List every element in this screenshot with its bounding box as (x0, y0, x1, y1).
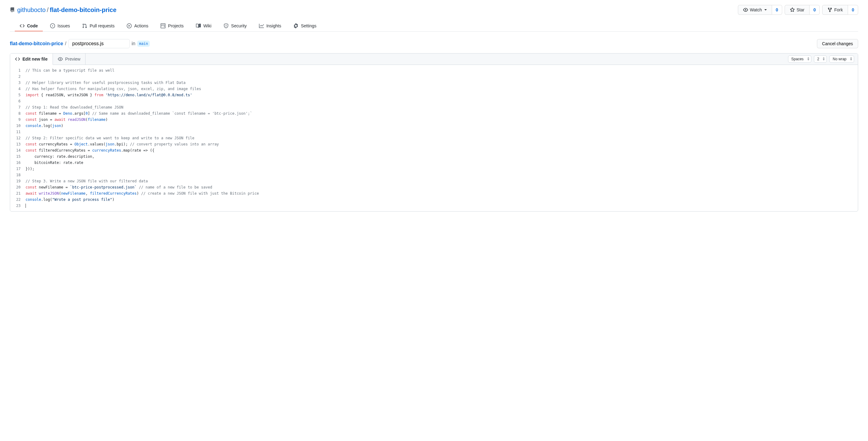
book-icon (196, 23, 201, 28)
tab-security[interactable]: Security (219, 21, 252, 31)
tab-wiki[interactable]: Wiki (191, 21, 216, 31)
repo-name-link[interactable]: flat-demo-bitcoin-price (50, 6, 117, 13)
file-path: flat-demo-bitcoin-price / in main (10, 39, 150, 48)
cancel-changes-button[interactable]: Cancel changes (817, 39, 858, 48)
tab-settings[interactable]: Settings (288, 21, 321, 31)
star-count[interactable]: 0 (810, 5, 820, 15)
watch-button-group: Watch 0 (738, 5, 782, 15)
fork-button-group: Fork 0 (822, 5, 858, 15)
star-button[interactable]: Star (785, 5, 810, 15)
code-icon (15, 57, 20, 62)
tab-insights[interactable]: Insights (254, 21, 286, 31)
shield-icon (224, 23, 228, 28)
tab-projects[interactable]: Projects (156, 21, 189, 31)
path-separator: / (65, 41, 66, 46)
watch-label: Watch (750, 7, 762, 13)
repo-title: githubocto / flat-demo-bitcoin-price (10, 6, 117, 13)
chevron-down-icon (764, 9, 767, 10)
path-separator: / (47, 6, 49, 13)
play-icon (127, 23, 132, 28)
editor-box: Edit new file Preview Spaces 2 No wrap 1… (10, 53, 858, 212)
cursor (26, 203, 26, 208)
project-icon (160, 23, 165, 28)
repo-owner-link[interactable]: githubocto (17, 6, 45, 13)
tab-preview[interactable]: Preview (53, 54, 86, 65)
indent-size-select[interactable]: 2 (814, 55, 827, 63)
repo-icon (10, 7, 15, 12)
tab-actions[interactable]: Actions (122, 21, 153, 31)
watch-count[interactable]: 0 (772, 5, 782, 15)
eye-icon (743, 7, 748, 12)
code-content[interactable]: // This can be a typescript file as well… (26, 67, 858, 209)
code-icon (20, 23, 25, 28)
star-button-group: Star 0 (785, 5, 820, 15)
tab-code[interactable]: Code (15, 21, 43, 31)
repo-nav: Code Issues Pull requests Actions Projec… (10, 21, 858, 32)
branch-tag[interactable]: main (137, 40, 150, 47)
tab-edit-file[interactable]: Edit new file (10, 54, 53, 65)
star-icon (790, 7, 795, 12)
fork-count[interactable]: 0 (848, 5, 858, 15)
fork-label: Fork (834, 7, 843, 13)
indent-mode-select[interactable]: Spaces (788, 55, 811, 63)
fork-icon (828, 7, 832, 12)
gear-icon (293, 23, 298, 28)
fork-button[interactable]: Fork (822, 5, 848, 15)
tab-issues[interactable]: Issues (45, 21, 75, 31)
code-editor[interactable]: 1234567891011121314151617181920212223 //… (10, 65, 858, 211)
eye-icon (58, 57, 63, 62)
wrap-mode-select[interactable]: No wrap (829, 55, 854, 63)
star-label: Star (797, 7, 805, 13)
repo-root-link[interactable]: flat-demo-bitcoin-price (10, 41, 63, 46)
watch-button[interactable]: Watch (738, 5, 772, 15)
issues-icon (50, 23, 55, 28)
pull-request-icon (82, 23, 87, 28)
graph-icon (259, 23, 264, 28)
filename-input[interactable] (68, 39, 130, 48)
in-label: in (132, 41, 135, 46)
line-number-gutter: 1234567891011121314151617181920212223 (10, 67, 26, 209)
tab-pulls[interactable]: Pull requests (77, 21, 119, 31)
